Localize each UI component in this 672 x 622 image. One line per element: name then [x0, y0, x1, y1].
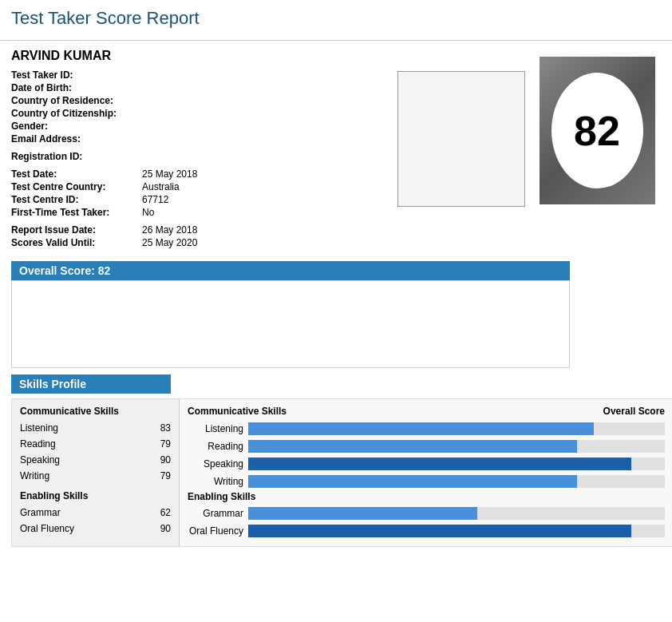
writing-score: 79: [160, 470, 171, 481]
info-left-panel: ARVIND KUMAR Test Taker ID: Date of Birt…: [11, 49, 389, 248]
reading-bar-track: [248, 440, 665, 453]
speaking-bar-label: Speaking: [188, 458, 243, 469]
listening-score: 83: [160, 422, 171, 434]
speaking-bar-row: Speaking: [188, 455, 665, 473]
writing-row-left: Writing 79: [20, 468, 171, 484]
oral-fluency-score: 90: [160, 523, 171, 534]
report-issue-label: Report Issue Date:: [11, 220, 139, 236]
page-header: Test Taker Score Report: [0, 0, 672, 41]
scores-valid-value: 25 May 2020: [142, 237, 318, 248]
reading-bar-row: Reading: [188, 438, 665, 455]
test-centre-country-value: Australia: [142, 181, 318, 192]
listening-bar-label: Listening: [188, 423, 243, 434]
writing-bar-row: Writing: [188, 473, 665, 490]
reg-id-value: [142, 146, 318, 151]
test-date-value: 25 May 2018: [142, 164, 318, 180]
scores-valid-label: Scores Valid Until:: [11, 237, 139, 248]
overall-score-number: 82: [574, 107, 620, 155]
candidate-name: ARVIND KUMAR: [11, 49, 389, 63]
oral-fluency-row-left: Oral Fluency 90: [20, 521, 171, 537]
score-area: 82: [533, 49, 661, 248]
overall-score-bar: Overall Score: 82: [11, 261, 570, 280]
writing-bar-label: Writing: [188, 476, 243, 487]
oral-fluency-bar-row: Oral Fluency: [188, 522, 665, 540]
report-issue-value: 26 May 2018: [142, 220, 318, 236]
grammar-bar-track: [248, 507, 665, 520]
dob-label: Date of Birth:: [11, 82, 139, 93]
country-cit-label: Country of Citizenship:: [11, 108, 139, 119]
reading-bar-label: Reading: [188, 441, 243, 452]
reading-bar-fill: [248, 440, 577, 453]
skills-right-panel: Communicative Skills Overall Score Liste…: [180, 399, 672, 546]
writing-label-left: Writing: [20, 470, 49, 481]
oral-fluency-label-left: Oral Fluency: [20, 523, 74, 534]
grammar-score: 62: [160, 507, 171, 518]
speaking-score: 90: [160, 454, 171, 466]
test-date-label: Test Date:: [11, 164, 139, 180]
grammar-label-left: Grammar: [20, 507, 61, 518]
first-time-label: First-Time Test Taker:: [11, 207, 139, 218]
listening-bar-fill: [248, 422, 594, 435]
grammar-row-left: Grammar 62: [20, 505, 171, 521]
speaking-bar-track: [248, 458, 665, 470]
score-chart-area: [11, 280, 570, 368]
listening-bar-track: [248, 422, 665, 435]
listening-bar-row: Listening: [188, 420, 665, 438]
photo-placeholder: [397, 71, 525, 207]
chart-overall-label: Overall Score: [603, 406, 665, 417]
enabling-spacer: Enabling Skills: [188, 490, 665, 505]
speaking-label-left: Speaking: [20, 454, 60, 466]
skills-left-panel: Communicative Skills Listening 83 Readin…: [12, 399, 180, 546]
grammar-bar-row: Grammar: [188, 505, 665, 522]
speaking-bar-fill: [248, 458, 631, 470]
listening-row-left: Listening 83: [20, 420, 171, 436]
grammar-bar-fill: [248, 507, 477, 520]
oral-fluency-bar-fill: [248, 525, 631, 537]
listening-label-left: Listening: [20, 422, 58, 434]
country-res-label: Country of Residence:: [11, 95, 139, 106]
chart-header: Communicative Skills Overall Score: [188, 406, 665, 417]
chart-enabling-label: Enabling Skills: [188, 491, 255, 502]
oral-fluency-bar-label: Oral Fluency: [188, 525, 243, 537]
reg-id-label: Registration ID:: [11, 146, 139, 162]
test-taker-id-label: Test Taker ID:: [11, 69, 139, 81]
test-centre-id-value: 67712: [142, 194, 318, 205]
email-label: Email Address:: [11, 133, 139, 145]
reading-label-left: Reading: [20, 438, 56, 450]
skills-profile-bar: Skills Profile: [11, 374, 171, 394]
comm-skills-left-header: Communicative Skills: [20, 406, 171, 417]
writing-bar-track: [248, 475, 665, 488]
enabling-skills-left-header: Enabling Skills: [20, 490, 171, 501]
reading-score: 79: [160, 438, 171, 450]
page-title: Test Taker Score Report: [11, 8, 661, 29]
speaking-row-left: Speaking 90: [20, 452, 171, 468]
reading-row-left: Reading 79: [20, 436, 171, 452]
skills-area: Communicative Skills Listening 83 Readin…: [11, 398, 672, 547]
grammar-bar-label: Grammar: [188, 508, 243, 519]
first-time-value: No: [142, 207, 318, 218]
score-oval: 82: [551, 73, 643, 188]
gender-label: Gender:: [11, 121, 139, 132]
info-grid: Test Taker ID: Date of Birth: Country of…: [11, 69, 389, 248]
test-centre-country-label: Test Centre Country:: [11, 181, 139, 192]
chart-comm-label: Communicative Skills: [188, 406, 287, 417]
writing-bar-fill: [248, 475, 577, 488]
score-photo-container: 82: [540, 57, 655, 204]
main-info-section: ARVIND KUMAR Test Taker ID: Date of Birt…: [0, 41, 672, 256]
test-centre-id-label: Test Centre ID:: [11, 194, 139, 205]
oral-fluency-bar-track: [248, 525, 665, 537]
